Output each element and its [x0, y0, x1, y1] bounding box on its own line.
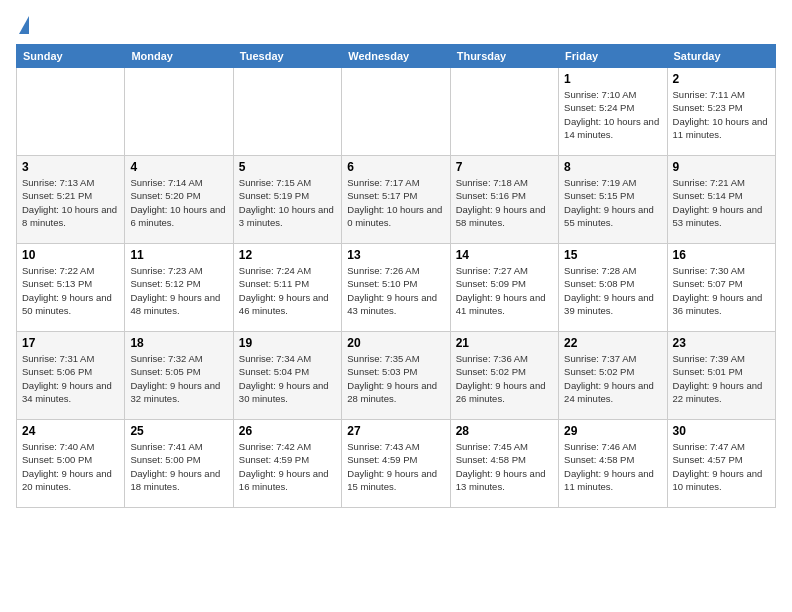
calendar-cell: 3Sunrise: 7:13 AM Sunset: 5:21 PM Daylig… [17, 156, 125, 244]
day-info: Sunrise: 7:47 AM Sunset: 4:57 PM Dayligh… [673, 440, 770, 493]
calendar-cell [125, 68, 233, 156]
day-info: Sunrise: 7:35 AM Sunset: 5:03 PM Dayligh… [347, 352, 444, 405]
calendar-cell: 6Sunrise: 7:17 AM Sunset: 5:17 PM Daylig… [342, 156, 450, 244]
calendar-cell: 13Sunrise: 7:26 AM Sunset: 5:10 PM Dayli… [342, 244, 450, 332]
day-number: 6 [347, 160, 444, 174]
day-number: 3 [22, 160, 119, 174]
calendar-cell: 17Sunrise: 7:31 AM Sunset: 5:06 PM Dayli… [17, 332, 125, 420]
day-number: 19 [239, 336, 336, 350]
calendar-cell: 5Sunrise: 7:15 AM Sunset: 5:19 PM Daylig… [233, 156, 341, 244]
calendar-cell: 16Sunrise: 7:30 AM Sunset: 5:07 PM Dayli… [667, 244, 775, 332]
calendar-cell: 19Sunrise: 7:34 AM Sunset: 5:04 PM Dayli… [233, 332, 341, 420]
day-info: Sunrise: 7:43 AM Sunset: 4:59 PM Dayligh… [347, 440, 444, 493]
day-number: 30 [673, 424, 770, 438]
calendar-cell [342, 68, 450, 156]
calendar-week-row: 17Sunrise: 7:31 AM Sunset: 5:06 PM Dayli… [17, 332, 776, 420]
day-number: 4 [130, 160, 227, 174]
day-number: 21 [456, 336, 553, 350]
day-number: 20 [347, 336, 444, 350]
calendar-cell: 11Sunrise: 7:23 AM Sunset: 5:12 PM Dayli… [125, 244, 233, 332]
day-number: 7 [456, 160, 553, 174]
day-info: Sunrise: 7:28 AM Sunset: 5:08 PM Dayligh… [564, 264, 661, 317]
calendar-cell: 15Sunrise: 7:28 AM Sunset: 5:08 PM Dayli… [559, 244, 667, 332]
calendar-week-row: 10Sunrise: 7:22 AM Sunset: 5:13 PM Dayli… [17, 244, 776, 332]
calendar-cell: 24Sunrise: 7:40 AM Sunset: 5:00 PM Dayli… [17, 420, 125, 508]
calendar-cell [450, 68, 558, 156]
day-info: Sunrise: 7:41 AM Sunset: 5:00 PM Dayligh… [130, 440, 227, 493]
weekday-header: Saturday [667, 45, 775, 68]
day-number: 9 [673, 160, 770, 174]
day-info: Sunrise: 7:34 AM Sunset: 5:04 PM Dayligh… [239, 352, 336, 405]
day-info: Sunrise: 7:22 AM Sunset: 5:13 PM Dayligh… [22, 264, 119, 317]
calendar-cell: 18Sunrise: 7:32 AM Sunset: 5:05 PM Dayli… [125, 332, 233, 420]
calendar-cell: 12Sunrise: 7:24 AM Sunset: 5:11 PM Dayli… [233, 244, 341, 332]
calendar-cell: 1Sunrise: 7:10 AM Sunset: 5:24 PM Daylig… [559, 68, 667, 156]
day-number: 15 [564, 248, 661, 262]
day-number: 22 [564, 336, 661, 350]
day-info: Sunrise: 7:37 AM Sunset: 5:02 PM Dayligh… [564, 352, 661, 405]
day-info: Sunrise: 7:32 AM Sunset: 5:05 PM Dayligh… [130, 352, 227, 405]
weekday-header: Thursday [450, 45, 558, 68]
calendar-cell: 21Sunrise: 7:36 AM Sunset: 5:02 PM Dayli… [450, 332, 558, 420]
weekday-header: Wednesday [342, 45, 450, 68]
calendar-header-row: SundayMondayTuesdayWednesdayThursdayFrid… [17, 45, 776, 68]
weekday-header: Friday [559, 45, 667, 68]
day-number: 8 [564, 160, 661, 174]
weekday-header: Sunday [17, 45, 125, 68]
calendar-cell: 8Sunrise: 7:19 AM Sunset: 5:15 PM Daylig… [559, 156, 667, 244]
day-info: Sunrise: 7:40 AM Sunset: 5:00 PM Dayligh… [22, 440, 119, 493]
day-info: Sunrise: 7:27 AM Sunset: 5:09 PM Dayligh… [456, 264, 553, 317]
day-number: 26 [239, 424, 336, 438]
calendar-cell: 9Sunrise: 7:21 AM Sunset: 5:14 PM Daylig… [667, 156, 775, 244]
calendar-cell: 22Sunrise: 7:37 AM Sunset: 5:02 PM Dayli… [559, 332, 667, 420]
day-number: 16 [673, 248, 770, 262]
day-info: Sunrise: 7:23 AM Sunset: 5:12 PM Dayligh… [130, 264, 227, 317]
calendar-cell: 10Sunrise: 7:22 AM Sunset: 5:13 PM Dayli… [17, 244, 125, 332]
calendar-cell: 7Sunrise: 7:18 AM Sunset: 5:16 PM Daylig… [450, 156, 558, 244]
day-info: Sunrise: 7:19 AM Sunset: 5:15 PM Dayligh… [564, 176, 661, 229]
day-number: 25 [130, 424, 227, 438]
day-info: Sunrise: 7:24 AM Sunset: 5:11 PM Dayligh… [239, 264, 336, 317]
calendar-week-row: 24Sunrise: 7:40 AM Sunset: 5:00 PM Dayli… [17, 420, 776, 508]
calendar-table: SundayMondayTuesdayWednesdayThursdayFrid… [16, 44, 776, 508]
day-number: 29 [564, 424, 661, 438]
day-info: Sunrise: 7:26 AM Sunset: 5:10 PM Dayligh… [347, 264, 444, 317]
calendar-cell: 20Sunrise: 7:35 AM Sunset: 5:03 PM Dayli… [342, 332, 450, 420]
calendar-cell: 26Sunrise: 7:42 AM Sunset: 4:59 PM Dayli… [233, 420, 341, 508]
day-number: 11 [130, 248, 227, 262]
day-info: Sunrise: 7:39 AM Sunset: 5:01 PM Dayligh… [673, 352, 770, 405]
calendar-cell: 23Sunrise: 7:39 AM Sunset: 5:01 PM Dayli… [667, 332, 775, 420]
logo-icon [19, 16, 29, 34]
calendar-cell: 29Sunrise: 7:46 AM Sunset: 4:58 PM Dayli… [559, 420, 667, 508]
weekday-header: Monday [125, 45, 233, 68]
calendar-cell: 4Sunrise: 7:14 AM Sunset: 5:20 PM Daylig… [125, 156, 233, 244]
day-number: 14 [456, 248, 553, 262]
day-info: Sunrise: 7:17 AM Sunset: 5:17 PM Dayligh… [347, 176, 444, 229]
calendar-week-row: 3Sunrise: 7:13 AM Sunset: 5:21 PM Daylig… [17, 156, 776, 244]
day-info: Sunrise: 7:21 AM Sunset: 5:14 PM Dayligh… [673, 176, 770, 229]
weekday-header: Tuesday [233, 45, 341, 68]
day-info: Sunrise: 7:14 AM Sunset: 5:20 PM Dayligh… [130, 176, 227, 229]
day-number: 2 [673, 72, 770, 86]
day-number: 28 [456, 424, 553, 438]
day-number: 13 [347, 248, 444, 262]
calendar-week-row: 1Sunrise: 7:10 AM Sunset: 5:24 PM Daylig… [17, 68, 776, 156]
day-info: Sunrise: 7:10 AM Sunset: 5:24 PM Dayligh… [564, 88, 661, 141]
day-number: 5 [239, 160, 336, 174]
day-info: Sunrise: 7:42 AM Sunset: 4:59 PM Dayligh… [239, 440, 336, 493]
day-info: Sunrise: 7:30 AM Sunset: 5:07 PM Dayligh… [673, 264, 770, 317]
day-info: Sunrise: 7:36 AM Sunset: 5:02 PM Dayligh… [456, 352, 553, 405]
page-header [16, 16, 776, 34]
day-info: Sunrise: 7:45 AM Sunset: 4:58 PM Dayligh… [456, 440, 553, 493]
logo [16, 16, 29, 34]
day-number: 17 [22, 336, 119, 350]
day-number: 27 [347, 424, 444, 438]
day-info: Sunrise: 7:46 AM Sunset: 4:58 PM Dayligh… [564, 440, 661, 493]
day-number: 12 [239, 248, 336, 262]
day-info: Sunrise: 7:11 AM Sunset: 5:23 PM Dayligh… [673, 88, 770, 141]
calendar-cell: 28Sunrise: 7:45 AM Sunset: 4:58 PM Dayli… [450, 420, 558, 508]
day-number: 10 [22, 248, 119, 262]
calendar-cell: 27Sunrise: 7:43 AM Sunset: 4:59 PM Dayli… [342, 420, 450, 508]
day-info: Sunrise: 7:15 AM Sunset: 5:19 PM Dayligh… [239, 176, 336, 229]
calendar-cell: 2Sunrise: 7:11 AM Sunset: 5:23 PM Daylig… [667, 68, 775, 156]
